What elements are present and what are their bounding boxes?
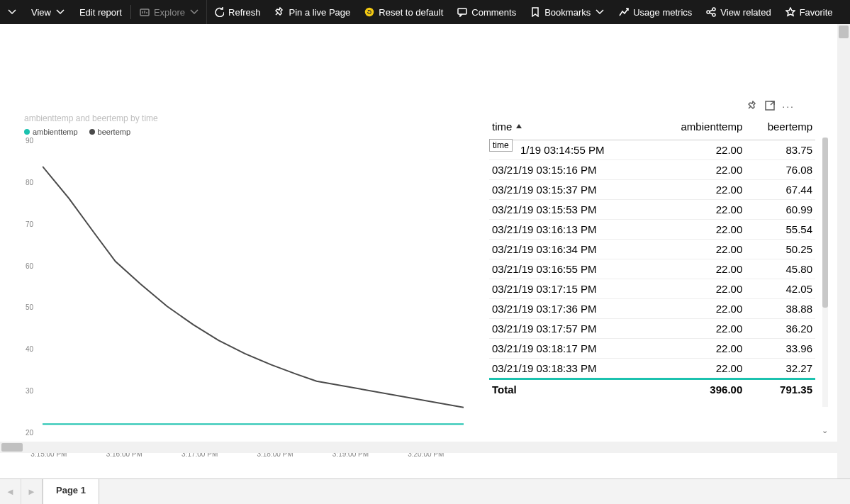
cell-ambient: 22.00 (652, 180, 745, 200)
table-row[interactable]: 03/21/19 03:17:15 PM22.0042.05 (489, 279, 815, 299)
svg-rect-5 (458, 9, 466, 14)
col-header-ambienttemp[interactable]: ambienttemp (652, 116, 745, 140)
star-icon (785, 7, 795, 17)
cell-ambient: 22.00 (652, 160, 745, 180)
cell-beer: 55.54 (745, 220, 815, 240)
chevron-down-icon (55, 7, 65, 17)
table-row[interactable]: 1/19 03:14:55 PM22.0083.75 (489, 140, 815, 160)
pin-live-button[interactable]: Pin a live Page (268, 0, 358, 24)
chevron-down-icon (7, 7, 17, 17)
table-row[interactable]: 03/21/19 03:16:13 PM22.0055.54 (489, 220, 815, 240)
svg-point-4 (365, 8, 374, 16)
cell-ambient: 22.00 (652, 200, 745, 220)
y-tick-label: 60 (26, 262, 33, 269)
cell-ambient: 22.00 (652, 259, 745, 279)
view-menu[interactable]: View (24, 0, 72, 24)
reset-label: Reset to default (379, 7, 443, 18)
chart-title: ambienttemp and beertemp by time (24, 113, 481, 123)
comments-button[interactable]: Comments (450, 0, 523, 24)
table-row[interactable]: 03/21/19 03:17:57 PM22.0036.20 (489, 319, 815, 339)
table-scrollbar[interactable] (822, 138, 828, 407)
usage-metrics-button[interactable]: Usage metrics (612, 0, 699, 24)
visual-action-bar: ··· (748, 101, 795, 113)
cell-time: 03/21/19 03:18:33 PM (489, 359, 652, 379)
comments-label: Comments (471, 7, 516, 18)
cell-time: 03/21/19 03:17:36 PM (489, 299, 652, 319)
refresh-icon (214, 7, 224, 17)
edit-report-button[interactable]: Edit report (72, 0, 129, 24)
pin-icon (275, 7, 285, 17)
series-beertemp[interactable] (43, 167, 464, 408)
v-scroll-thumb[interactable] (839, 26, 849, 38)
data-table: time ambienttemp beertemp 1/19 03:14:55 … (489, 116, 815, 399)
cell-ambient: 22.00 (652, 279, 745, 299)
report-canvas[interactable]: ··· ambienttemp and beertemp by time amb… (0, 24, 837, 478)
cell-ambient: 22.00 (652, 299, 745, 319)
favorite-label: Favorite (800, 7, 833, 18)
legend-swatch-teal (24, 129, 30, 135)
table-row[interactable]: 03/21/19 03:15:53 PM22.0060.99 (489, 200, 815, 220)
cell-beer: 67.44 (745, 180, 815, 200)
horizontal-scrollbar[interactable] (0, 442, 837, 453)
bookmarks-menu[interactable]: Bookmarks (523, 0, 612, 24)
y-tick-label: 40 (26, 345, 33, 353)
page-tab-1[interactable]: Page 1 (43, 478, 99, 504)
next-page-button[interactable]: ► (21, 479, 43, 504)
view-related-button[interactable]: View related (699, 0, 778, 24)
y-tick-label: 80 (26, 178, 33, 186)
h-scroll-thumb[interactable] (1, 443, 23, 452)
cell-beer: 83.75 (745, 140, 815, 160)
cell-beer: 50.25 (745, 240, 815, 259)
cell-beer: 60.99 (745, 200, 815, 220)
table-row[interactable]: 03/21/19 03:15:16 PM22.0076.08 (489, 160, 815, 180)
explore-button: Explore (133, 0, 207, 24)
table-row[interactable]: 03/21/19 03:16:55 PM22.0045.80 (489, 259, 815, 279)
cell-time: 1/19 03:14:55 PM (489, 140, 652, 160)
reset-default-button[interactable]: Reset to default (357, 0, 450, 24)
scrollbar-thumb[interactable] (822, 138, 828, 308)
legend-beertemp[interactable]: beertemp (89, 128, 130, 136)
pin-visual-icon[interactable] (748, 101, 758, 113)
refresh-button[interactable]: Refresh (207, 0, 268, 24)
svg-marker-14 (516, 124, 522, 128)
col-header-time[interactable]: time (489, 116, 652, 140)
scroll-down-caret[interactable]: ⌄ (822, 426, 828, 435)
svg-marker-11 (786, 8, 795, 16)
report-toolbar: View Edit report Explore Refresh Pin a l… (0, 0, 850, 24)
favorite-button[interactable]: Favorite (778, 0, 840, 24)
focus-mode-icon[interactable] (765, 101, 775, 113)
file-menu-chevron[interactable] (0, 0, 24, 24)
y-tick-label: 50 (26, 303, 33, 311)
related-icon (706, 7, 716, 17)
cell-time: 03/21/19 03:17:15 PM (489, 279, 652, 299)
col-header-beertemp[interactable]: beertemp (745, 116, 815, 140)
table-row[interactable]: 03/21/19 03:15:37 PM22.0067.44 (489, 180, 815, 200)
vertical-scrollbar[interactable] (837, 24, 850, 478)
table-visual[interactable]: time time ambienttemp beertemp 1/19 03:1… (489, 116, 815, 435)
svg-point-6 (707, 11, 710, 13)
y-tick-label: 30 (26, 387, 33, 395)
bookmarks-label: Bookmarks (544, 7, 591, 18)
total-beer: 791.35 (745, 379, 815, 400)
more-options-icon[interactable]: ··· (782, 101, 795, 113)
cell-ambient: 22.00 (652, 240, 745, 259)
table-row[interactable]: 03/21/19 03:18:33 PM22.0032.27 (489, 359, 815, 379)
cell-ambient: 22.00 (652, 359, 745, 379)
cell-time: 03/21/19 03:15:37 PM (489, 180, 652, 200)
explore-label: Explore (154, 7, 185, 18)
table-row[interactable]: 03/21/19 03:17:36 PM22.0038.88 (489, 299, 815, 319)
cell-beer: 36.20 (745, 319, 815, 339)
bookmark-icon (530, 7, 540, 17)
cell-time: 03/21/19 03:16:34 PM (489, 240, 652, 259)
table-row[interactable]: 03/21/19 03:18:17 PM22.0033.96 (489, 339, 815, 359)
prev-page-button[interactable]: ◄ (0, 479, 21, 504)
sort-asc-icon (515, 121, 523, 133)
cell-time: 03/21/19 03:18:17 PM (489, 339, 652, 359)
table-row[interactable]: 03/21/19 03:16:34 PM22.0050.25 (489, 240, 815, 259)
edit-report-label: Edit report (79, 7, 122, 18)
cell-beer: 76.08 (745, 160, 815, 180)
chart-plot-area[interactable]: 20304050607080903:15:00 PM3:16:00 PM3:17… (24, 140, 464, 445)
y-tick-label: 90 (26, 137, 33, 145)
line-chart-visual[interactable]: ambienttemp and beertemp by time ambient… (13, 109, 481, 471)
legend-ambienttemp[interactable]: ambienttemp (24, 128, 78, 136)
